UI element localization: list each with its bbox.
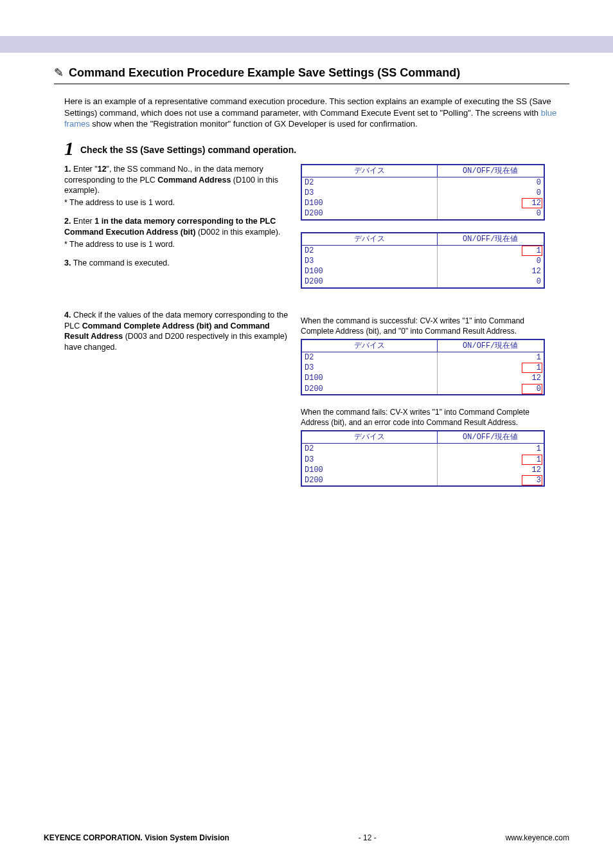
plc-row: D10012 bbox=[302, 465, 544, 475]
plc-value-cell: 0 bbox=[438, 384, 544, 394]
plc-row: D2000 bbox=[302, 384, 544, 394]
plc-device-cell: D3 bbox=[302, 188, 438, 198]
plc-value-cell: 12 bbox=[438, 266, 544, 276]
pencil-icon: ✎ bbox=[54, 66, 64, 80]
plc-device-cell: D100 bbox=[302, 266, 438, 276]
plc-row: D2000 bbox=[302, 208, 544, 219]
footer-page-number: - 12 - bbox=[359, 833, 377, 842]
section-underline bbox=[54, 84, 569, 84]
plc-row: D31 bbox=[302, 363, 544, 373]
plc-device-cell: D2 bbox=[302, 444, 438, 454]
plc-value-cell: 3 bbox=[438, 475, 544, 485]
plc-row: D10012 bbox=[302, 373, 544, 383]
plc-device-cell: D200 bbox=[302, 208, 438, 219]
caption-fail: When the command fails: CV-X writes "1" … bbox=[301, 407, 545, 428]
plc-value-cell: 1 bbox=[438, 246, 544, 256]
plc-row: D20 bbox=[302, 177, 544, 188]
plc-value-cell: 0 bbox=[438, 177, 544, 188]
plc-table-3: デバイス ON/OFF/現在値 D21D31D10012D2000 bbox=[301, 339, 545, 395]
plc-header-value: ON/OFF/現在値 bbox=[438, 165, 544, 177]
intro-paragraph: Here is an example of a representative c… bbox=[64, 96, 559, 130]
plc-value-cell: 12 bbox=[438, 373, 544, 383]
plc-value-cell: 0 bbox=[438, 256, 544, 266]
plc-row: D2003 bbox=[302, 475, 544, 485]
plc-row: D30 bbox=[302, 256, 544, 266]
left-column: 1. Enter "12", the SS command No., in th… bbox=[64, 164, 289, 499]
right-column: デバイス ON/OFF/現在値 D20D30D10012D2000 デバイス O… bbox=[301, 164, 545, 499]
plc-device-cell: D2 bbox=[302, 177, 438, 188]
footer-right: www.keyence.com bbox=[506, 833, 569, 842]
plc-device-cell: D200 bbox=[302, 384, 438, 394]
plc-device-cell: D2 bbox=[302, 352, 438, 363]
plc-table-2: デバイス ON/OFF/現在値 D21D30D10012D2000 bbox=[301, 232, 545, 289]
plc-row: D10012 bbox=[302, 266, 544, 276]
plc-row: D10012 bbox=[302, 198, 544, 208]
plc-device-cell: D3 bbox=[302, 455, 438, 465]
plc-device-cell: D100 bbox=[302, 465, 438, 475]
plc-row: D21 bbox=[302, 352, 544, 363]
footer-left: KEYENCE CORPORATION. Vision System Divis… bbox=[44, 833, 229, 842]
plc-value-cell: 1 bbox=[438, 352, 544, 363]
plc-value-cell: 12 bbox=[438, 198, 544, 208]
plc-value-cell: 0 bbox=[438, 188, 544, 198]
plc-value-cell: 12 bbox=[438, 465, 544, 475]
plc-device-cell: D100 bbox=[302, 373, 438, 383]
caption-success: When the command is successful: CV-X wri… bbox=[301, 316, 545, 336]
plc-value-cell: 1 bbox=[438, 455, 544, 465]
step-subtitle: Check the SS (Save Settings) command ope… bbox=[80, 145, 296, 155]
big-step-number: 1 bbox=[64, 141, 74, 155]
plc-value-cell: 1 bbox=[438, 363, 544, 373]
plc-value-cell: 1 bbox=[438, 444, 544, 454]
plc-device-cell: D3 bbox=[302, 256, 438, 266]
step-1-heading: 1 Check the SS (Save Settings) command o… bbox=[64, 141, 569, 155]
plc-row: D21 bbox=[302, 444, 544, 454]
plc-row: D2000 bbox=[302, 276, 544, 287]
plc-device-cell: D200 bbox=[302, 475, 438, 485]
plc-row: D31 bbox=[302, 455, 544, 465]
plc-device-cell: D200 bbox=[302, 276, 438, 287]
plc-table-1: デバイス ON/OFF/現在値 D20D30D10012D2000 bbox=[301, 164, 545, 221]
plc-row: D30 bbox=[302, 188, 544, 198]
plc-device-cell: D3 bbox=[302, 363, 438, 373]
plc-value-cell: 0 bbox=[438, 276, 544, 287]
plc-device-cell: D2 bbox=[302, 246, 438, 256]
section-title: Command Execution Procedure Example Save… bbox=[69, 66, 460, 80]
plc-device-cell: D100 bbox=[302, 198, 438, 208]
plc-header-device: デバイス bbox=[302, 165, 438, 177]
plc-row: D21 bbox=[302, 246, 544, 256]
plc-table-4: デバイス ON/OFF/現在値 D21D31D10012D2003 bbox=[301, 430, 545, 487]
plc-value-cell: 0 bbox=[438, 208, 544, 219]
purple-header-bar bbox=[0, 36, 613, 53]
